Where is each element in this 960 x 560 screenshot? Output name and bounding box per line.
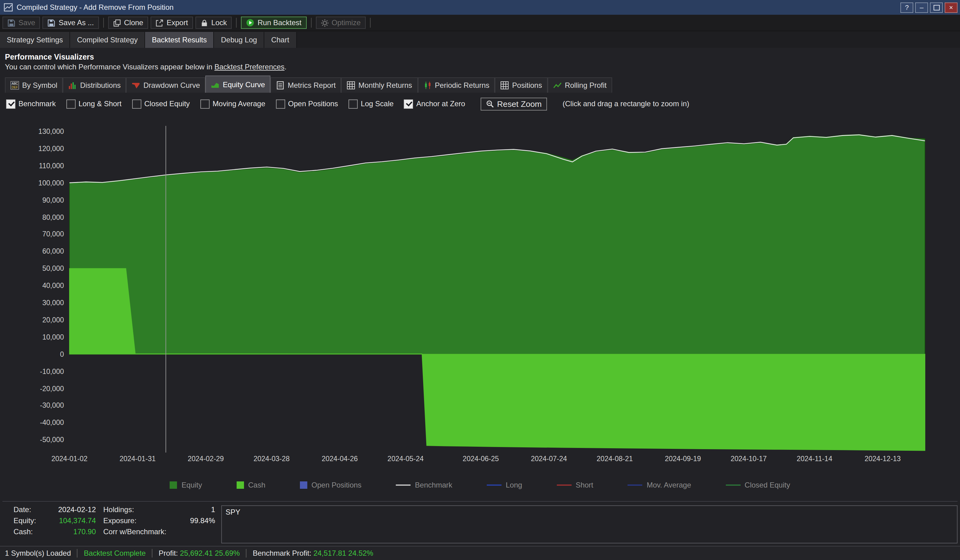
x-tick-label: 2024-05-24: [378, 455, 433, 463]
equity-label: Equity:: [13, 516, 40, 525]
tab-compiled-strategy[interactable]: Compiled Strategy: [70, 32, 145, 48]
corr-benchmark-value: [179, 528, 215, 536]
backtest-preferences-link[interactable]: Backtest Preferences: [214, 63, 285, 71]
visualizer-tab-rolling-profit[interactable]: Rolling Profit: [547, 77, 612, 93]
symbols-list[interactable]: SPY: [221, 505, 958, 543]
unchecked-checkbox-icon[interactable]: [349, 99, 358, 108]
visualizer-tab-label: Drawdown Curve: [144, 81, 200, 89]
x-tick-label: 2024-03-28: [244, 455, 299, 463]
checkbox-label: Benchmark: [18, 99, 56, 108]
legend-label: Long: [506, 481, 522, 490]
benchmark-profit-value: 24,517.81 24.52%: [314, 549, 373, 558]
visualizer-tab-label: Positions: [512, 81, 542, 89]
legend-label: Equity: [182, 481, 202, 490]
performance-visualizers-heading: Performance Visualizers: [5, 53, 960, 61]
visualizer-tab-distributions[interactable]: Distributions: [63, 77, 126, 93]
toolbar-separator: [103, 18, 104, 28]
save-as-button[interactable]: Save As ...: [43, 17, 99, 29]
run-backtest-button[interactable]: Run Backtest: [241, 17, 306, 29]
minimize-button[interactable]: –: [915, 2, 928, 13]
visualizer-tab-by-symbol[interactable]: ABCDEFBy Symbol: [5, 77, 63, 93]
exposure-value: 99.84%: [179, 516, 215, 525]
save-button[interactable]: Save: [2, 17, 40, 29]
checkbox-label: Log Scale: [361, 99, 394, 108]
x-tick-label: 2024-04-26: [312, 455, 368, 463]
unchecked-checkbox-icon[interactable]: [200, 99, 210, 108]
legend-item-closed-equity: Closed Equity: [726, 481, 790, 490]
maximize-icon: [933, 5, 939, 10]
close-button[interactable]: ×: [945, 2, 958, 13]
chart-controls-row: BenchmarkLong & ShortClosed EquityMoving…: [6, 96, 960, 111]
performance-visualizers-subtext: You can control which Performance Visual…: [5, 63, 960, 71]
holdings-value: 1: [179, 505, 215, 514]
checkbox-open-positions[interactable]: Open Positions: [276, 99, 338, 108]
checkbox-benchmark[interactable]: Benchmark: [6, 99, 56, 108]
tab-debug-log[interactable]: Debug Log: [214, 32, 264, 48]
x-tick-label: 2024-08-21: [587, 455, 642, 463]
legend-item-mov-average: Mov. Average: [628, 481, 691, 490]
equity-area: [69, 134, 925, 354]
svg-text:DEF: DEF: [12, 86, 18, 89]
legend-label: Short: [576, 481, 593, 490]
legend-item-open-positions: Open Positions: [300, 481, 362, 490]
gear-icon: [320, 19, 328, 27]
x-tick-label: 2024-07-24: [521, 455, 576, 463]
checkbox-anchor-at-zero[interactable]: Anchor at Zero: [404, 99, 465, 108]
save-icon: [7, 19, 15, 27]
visualizer-tab-positions[interactable]: Positions: [495, 77, 547, 93]
visualizer-tab-metrics-report[interactable]: Metrics Report: [270, 77, 341, 93]
checkbox-long-short[interactable]: Long & Short: [66, 99, 122, 108]
visualizer-tab-monthly-returns[interactable]: Monthly Returns: [341, 77, 418, 93]
reset-zoom-button[interactable]: Reset Zoom: [481, 97, 547, 110]
x-tick-label: 2024-01-02: [42, 455, 97, 463]
visualizer-tab-drawdown-curve[interactable]: Drawdown Curve: [126, 77, 206, 93]
visualizer-tab-label: Monthly Returns: [358, 81, 412, 89]
chart-legend: EquityCashOpen PositionsBenchmarkLongSho…: [0, 478, 960, 492]
export-icon: [155, 19, 163, 27]
hover-info-panel: Date: 2024-02-12 Holdings: 1 Equity: 104…: [2, 501, 958, 543]
visualizer-tab-equity-curve[interactable]: Equity Curve: [206, 75, 270, 93]
clone-button[interactable]: Clone: [108, 17, 148, 29]
help-button[interactable]: ?: [901, 2, 913, 13]
legend-item-cash: Cash: [237, 481, 266, 490]
visualizer-tab-periodic-returns[interactable]: Periodic Returns: [418, 77, 495, 93]
unchecked-checkbox-icon[interactable]: [66, 99, 75, 108]
checked-checkbox-icon[interactable]: [404, 99, 413, 108]
checkbox-label: Moving Average: [213, 99, 266, 108]
checkbox-moving-average[interactable]: Moving Average: [200, 99, 266, 108]
svg-text:ABC: ABC: [12, 82, 18, 85]
unchecked-checkbox-icon[interactable]: [276, 99, 285, 108]
zoom-hint-text: (Click and drag a rectangle to zoom in): [563, 99, 689, 108]
checked-checkbox-icon[interactable]: [6, 99, 15, 108]
toolbar: Save Save As ... Clone Export Lock Run B…: [0, 15, 960, 31]
visualizer-tab-label: Periodic Returns: [435, 81, 489, 89]
legend-swatch: [557, 485, 571, 486]
legend-item-benchmark: Benchmark: [396, 481, 452, 490]
x-tick-label: 2024-09-19: [655, 455, 710, 463]
candles-icon: [423, 81, 432, 89]
cash-label: Cash:: [13, 528, 40, 536]
legend-swatch: [170, 482, 177, 489]
backtest-results-panel: Performance Visualizers You can control …: [0, 48, 960, 546]
export-button[interactable]: Export: [150, 17, 193, 29]
visualizer-tab-bar: ABCDEFBy SymbolDistributionsDrawdown Cur…: [5, 76, 960, 93]
legend-label: Mov. Average: [647, 481, 691, 490]
tab-chart[interactable]: Chart: [264, 32, 296, 48]
optimize-button[interactable]: Optimize: [315, 17, 366, 29]
unchecked-checkbox-icon[interactable]: [132, 99, 141, 108]
tab-strategy-settings[interactable]: Strategy Settings: [0, 32, 70, 48]
toolbar-separator: [311, 18, 311, 28]
chart-plot-area[interactable]: [0, 117, 960, 470]
status-separator: [246, 549, 246, 558]
tab-backtest-results[interactable]: Backtest Results: [145, 32, 214, 48]
lock-button[interactable]: Lock: [195, 17, 232, 29]
window-title: Compiled Strategy - Add Remove From Posi…: [17, 3, 901, 12]
maximize-button[interactable]: [930, 2, 943, 13]
checkbox-log-scale[interactable]: Log Scale: [349, 99, 394, 108]
x-tick-label: 2024-06-25: [453, 455, 508, 463]
checkbox-closed-equity[interactable]: Closed Equity: [132, 99, 190, 108]
x-tick-label: 2024-01-31: [110, 455, 165, 463]
equity-curve-chart: 130,000120,000110,000100,00090,00080,000…: [0, 117, 960, 471]
x-tick-label: 2024-12-13: [855, 455, 910, 463]
legend-swatch: [487, 485, 501, 486]
